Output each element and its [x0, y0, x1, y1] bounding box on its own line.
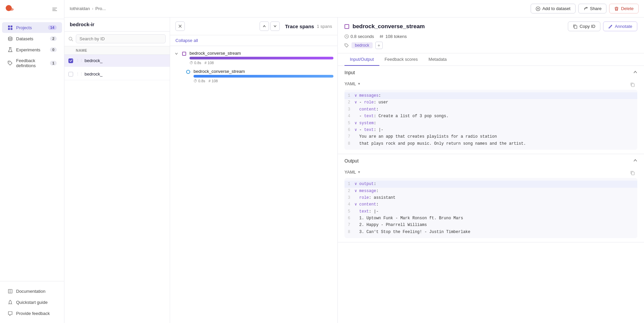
code-line-3: 3 content: — [344, 106, 637, 113]
svg-rect-5 — [8, 26, 10, 28]
pen-icon — [608, 24, 613, 29]
delete-button[interactable]: Delete — [609, 4, 639, 13]
flask-icon — [7, 47, 13, 52]
copy-icon — [573, 24, 578, 29]
svg-rect-26 — [632, 84, 634, 87]
span2-tokens: # 108 — [209, 79, 218, 83]
search-input[interactable] — [76, 34, 166, 43]
name-col-header: Name — [76, 48, 166, 52]
code-line-2: 2 ∨ - role: user — [344, 99, 637, 106]
tab-metadata[interactable]: Metadata — [423, 53, 452, 66]
span2-name: bedrock_converse_stream — [194, 69, 333, 74]
yaml-selector-output[interactable]: YAML ▼ — [344, 168, 361, 178]
sidebar-item-projects[interactable]: Projects 14 — [2, 22, 62, 33]
sidebar-item-quickstart[interactable]: Quickstart guide — [2, 297, 62, 308]
tab-feedback-scores[interactable]: Feedback scores — [379, 53, 423, 66]
feedback-definitions-badge: 1 — [50, 61, 57, 65]
meta-time: 0.8 seconds — [344, 34, 374, 39]
out-code-line-1: 1 ∨ output: — [344, 181, 637, 187]
delete-label: Delete — [621, 6, 634, 11]
meta-time-value: 0.8 seconds — [351, 34, 374, 39]
yaml-label-input: YAML — [344, 81, 356, 86]
collapse-all-button[interactable]: Collapse all — [175, 38, 198, 43]
meta-tokens: 108 tokens — [379, 34, 407, 39]
sidebar-item-experiments[interactable]: Experiments 0 — [2, 44, 62, 55]
detail-content: Input YAML ▼ — [338, 66, 644, 323]
input-section-header[interactable]: Input — [338, 66, 644, 79]
share-icon — [583, 6, 588, 11]
tag-bedrock[interactable]: bedrock — [352, 42, 373, 48]
svg-point-11 — [9, 62, 9, 62]
list-row[interactable]: ⋮⋮ bedrock_ — [64, 55, 170, 67]
detail-title: bedrock_converse_stream — [353, 23, 425, 30]
add-to-dataset-button[interactable]: Add to dataset — [531, 4, 576, 13]
grid-icon — [7, 25, 13, 30]
clock-icon — [344, 34, 349, 39]
output-section-header[interactable]: Output — [338, 154, 644, 168]
meta-tokens-value: 108 tokens — [385, 34, 407, 39]
copy-id-label: Copy ID — [580, 24, 595, 29]
copy-output-button[interactable] — [628, 168, 637, 178]
row1-checkbox[interactable] — [68, 58, 73, 63]
yaml-arrow-output: ▼ — [357, 170, 361, 174]
share-button[interactable]: Share — [578, 4, 607, 13]
sidebar-item-projects-label: Projects — [16, 25, 32, 30]
book-icon — [7, 288, 13, 294]
close-button[interactable] — [175, 21, 185, 31]
sidebar-toggle[interactable] — [51, 5, 59, 13]
add-to-dataset-label: Add to dataset — [542, 6, 571, 11]
topbar: lothiraldan › Pro... Add to dataset Shar… — [64, 0, 644, 17]
detail-panel: bedrock_converse_stream Copy ID — [338, 17, 644, 323]
row2-checkbox[interactable] — [68, 72, 73, 77]
sidebar-item-documentation[interactable]: Documentation — [2, 286, 62, 296]
code-line-8: 8 that plays rock and pop music. Only re… — [344, 140, 637, 147]
copy-id-button[interactable]: Copy ID — [568, 21, 600, 31]
nav-down-button[interactable] — [270, 21, 280, 31]
detail-header: bedrock_converse_stream Copy ID — [338, 17, 644, 53]
main-area: lothiraldan › Pro... Add to dataset Shar… — [64, 0, 644, 323]
output-section-body: YAML ▼ 1 — [338, 168, 644, 242]
out-code-line-4: 4 ∨ content: — [344, 201, 637, 208]
annotate-button[interactable]: Annotate — [603, 21, 637, 31]
content-split: bedrock-ir Name ⋮⋮ bedrock_ — [64, 17, 644, 323]
sidebar-item-datasets[interactable]: Datasets 2 — [2, 33, 62, 44]
span2-expand[interactable] — [178, 70, 183, 74]
sidebar-item-feedback-definitions[interactable]: Feedback definitions 1 — [2, 55, 62, 71]
span2-icon — [185, 69, 191, 75]
sidebar-item-feedback-definitions-label: Feedback definitions — [16, 58, 47, 68]
nav-up-button[interactable] — [260, 21, 269, 31]
span-row-1[interactable]: bedrock_converse_stream ⏱ 0.8s # 108 — [170, 49, 337, 67]
input-collapse-icon — [633, 70, 637, 75]
span-row-2[interactable]: bedrock_converse_stream ⏱ 0.8s # 108 — [170, 67, 337, 85]
annotate-label: Annotate — [615, 24, 632, 29]
span2-bar-container — [194, 75, 333, 78]
svg-rect-6 — [10, 26, 12, 28]
datasets-badge: 2 — [50, 36, 57, 41]
svg-rect-2 — [52, 8, 57, 8]
span1-icon — [181, 51, 187, 56]
spans-header: Trace spans 1 spans — [170, 17, 337, 35]
span2-details: bedrock_converse_stream ⏱ 0.8s # 108 — [194, 69, 333, 83]
sidebar-bottom: Documentation Quickstart guide Provide f… — [0, 281, 64, 323]
drag-icon: ⋮⋮ — [76, 58, 83, 63]
plus-circle-icon — [536, 6, 540, 11]
documentation-label: Documentation — [16, 289, 45, 294]
sidebar-item-provide-feedback[interactable]: Provide feedback — [2, 308, 62, 319]
add-tag-button[interactable]: + — [375, 42, 383, 49]
svg-point-9 — [8, 37, 12, 38]
tab-input-output[interactable]: Input/Output — [344, 53, 379, 66]
list-header: Name — [64, 46, 170, 55]
span1-expand[interactable] — [174, 51, 179, 56]
span2-bar — [194, 75, 333, 78]
code-line-7: 7 You are an app that creates playlists … — [344, 133, 637, 140]
span1-name: bedrock_converse_stream — [190, 51, 333, 56]
sidebar-item-datasets-label: Datasets — [16, 36, 33, 41]
breadcrumb-sep: › — [92, 6, 93, 11]
copy-input-button[interactable] — [628, 80, 637, 89]
input-section: Input YAML ▼ — [338, 66, 644, 154]
yaml-selector-input[interactable]: YAML ▼ — [344, 79, 361, 90]
breadcrumb-project: Pro... — [95, 6, 106, 11]
tag-row: bedrock + — [344, 42, 637, 49]
list-row[interactable]: ⋮⋮ bedrock_ — [64, 68, 170, 80]
sidebar-nav: Projects 14 Datasets 2 Expe — [0, 19, 64, 281]
